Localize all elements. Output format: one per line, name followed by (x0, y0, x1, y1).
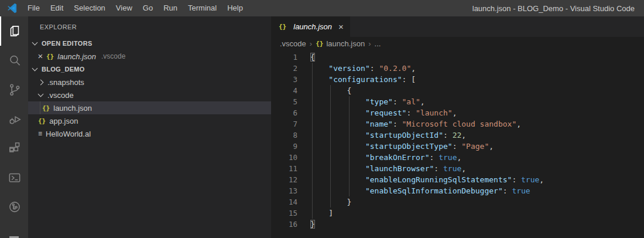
menu-item-file[interactable]: File (22, 0, 45, 16)
tree-file-app-json[interactable]: {} app.json (28, 114, 271, 127)
activity-remote-branch-button[interactable] (0, 192, 28, 222)
indent-guide (330, 174, 331, 185)
indent-guide (330, 185, 331, 196)
menu-item-view[interactable]: View (111, 0, 138, 16)
activity-explorer-button[interactable] (0, 16, 28, 46)
chevron-down-icon (32, 66, 38, 72)
code-line[interactable]: 14 } (271, 196, 644, 208)
code-line[interactable]: 2 "version": "0.2.0", (271, 63, 644, 74)
code-line[interactable]: 4 { (271, 85, 644, 96)
code-line[interactable]: 9 "startupObjectType": "Page", (271, 141, 644, 152)
code-line[interactable]: 5 "type": "al", (271, 96, 644, 107)
files-icon (7, 23, 22, 39)
code-line[interactable]: 1{ (271, 52, 644, 63)
line-number: 6 (271, 107, 297, 118)
line-number: 8 (271, 130, 297, 141)
line-number: 9 (271, 141, 297, 152)
indent-guide (330, 118, 331, 130)
menu-item-help[interactable]: Help (222, 0, 248, 16)
line-number: 12 (271, 174, 297, 185)
json-file-icon: {} (46, 53, 54, 60)
code-line[interactable]: 7 "name": "Microsoft cloud sandbox", (271, 118, 644, 130)
close-icon[interactable]: × (338, 22, 344, 32)
code-line[interactable]: 13 "enableSqlInformationDebugger": true (271, 185, 644, 196)
tab-bar: {} launch.json × (271, 16, 644, 37)
indent-guide (312, 185, 313, 196)
breadcrumb-folder[interactable]: .vscode (280, 39, 306, 48)
code-area[interactable]: 1{2 "version": "0.2.0",3 "configurations… (271, 50, 644, 238)
menu-item-terminal[interactable]: Terminal (183, 0, 222, 16)
activity-source-control-button[interactable] (0, 75, 28, 104)
tab-launch-json[interactable]: {} launch.json × (271, 16, 350, 37)
chevron-down-icon (32, 40, 38, 46)
code-line[interactable]: 6 "request": "launch", (271, 107, 644, 118)
tree-folder-snapshots[interactable]: .snapshots (28, 76, 271, 89)
indent-guide (349, 118, 350, 130)
line-number: 11 (271, 163, 297, 174)
indent-guide (349, 130, 350, 141)
code-line[interactable]: 10 "breakOnError": true, (271, 152, 644, 163)
al-file-icon: ≡ (38, 130, 42, 138)
indent-guide (349, 96, 350, 107)
code-line[interactable]: 11 "launchBrowser": true, (271, 163, 644, 174)
menu-item-go[interactable]: Go (138, 0, 158, 16)
json-file-icon: {} (42, 104, 50, 112)
indent-guide (349, 152, 350, 163)
breadcrumb-file[interactable]: {} launch.json (316, 39, 365, 48)
indent-guide (312, 118, 313, 130)
json-file-icon: {} (316, 40, 323, 47)
tree-file-launch-json[interactable]: {} launch.json (28, 101, 271, 114)
open-editors-header[interactable]: OPEN EDITORS (28, 37, 271, 50)
line-number: 1 (271, 52, 297, 63)
vscode-logo-icon (7, 3, 18, 13)
indent-guide (312, 85, 313, 96)
indent-guide (330, 196, 331, 208)
line-number: 10 (271, 152, 297, 163)
close-icon[interactable]: × (36, 52, 45, 61)
activity-search-button[interactable] (0, 46, 28, 75)
project-section-header[interactable]: BLOG_DEMO (28, 63, 271, 76)
tree-folder-vscode[interactable]: .vscode (28, 89, 271, 101)
code-line[interactable]: 8 "startupObjectId": 22, (271, 130, 644, 141)
menu-item-selection[interactable]: Selection (68, 0, 110, 16)
open-editor-detail: .vscode (101, 52, 125, 60)
indent-guide (312, 208, 313, 219)
code-line[interactable]: 12 "enableLongRunningSqlStatements": tru… (271, 174, 644, 185)
sidebar-title: EXPLORER (28, 16, 271, 37)
indent-guide (349, 141, 350, 152)
menu-bar: FileEditSelectionViewGoRunTerminalHelp (22, 0, 248, 16)
code-line[interactable]: 16} (271, 219, 644, 230)
line-number: 16 (271, 219, 297, 230)
chevron-right-icon: › (368, 39, 371, 48)
indent-guide (312, 174, 313, 185)
source-control-icon (7, 82, 22, 97)
indent-guide (312, 152, 313, 163)
line-number: 13 (271, 185, 297, 196)
code-line[interactable]: 3 "configurations": [ (271, 74, 644, 85)
line-number: 5 (271, 96, 297, 107)
line-number: 7 (271, 118, 297, 130)
indent-guide (330, 152, 331, 163)
activity-extensions-button[interactable] (0, 134, 28, 163)
line-number: 2 (271, 63, 297, 74)
chevron-right-icon (38, 79, 44, 85)
indent-guide (349, 174, 350, 185)
menu-item-run[interactable]: Run (158, 0, 183, 16)
indent-guide (330, 130, 331, 141)
breadcrumb-symbol[interactable]: ... (375, 39, 381, 48)
activity-run-debug-button[interactable] (0, 104, 28, 134)
open-editor-item-launch-json[interactable]: × {} launch.json .vscode (28, 50, 271, 63)
activity-powershell-button[interactable] (0, 163, 28, 192)
explorer-sidebar: EXPLORER OPEN EDITORS × {} launch.json .… (28, 16, 271, 238)
search-icon (7, 53, 22, 68)
indent-guide (349, 163, 350, 174)
tree-file-helloworld-al[interactable]: ≡ HelloWorld.al (28, 127, 271, 140)
powershell-terminal-icon (7, 170, 22, 185)
code-line[interactable]: 15 ] (271, 208, 644, 219)
chevron-right-icon: › (310, 39, 312, 48)
indent-guide (312, 196, 313, 208)
indent-guide (312, 107, 313, 118)
indent-guide (330, 141, 331, 152)
menu-item-edit[interactable]: Edit (45, 0, 68, 16)
line-number: 15 (271, 208, 297, 219)
